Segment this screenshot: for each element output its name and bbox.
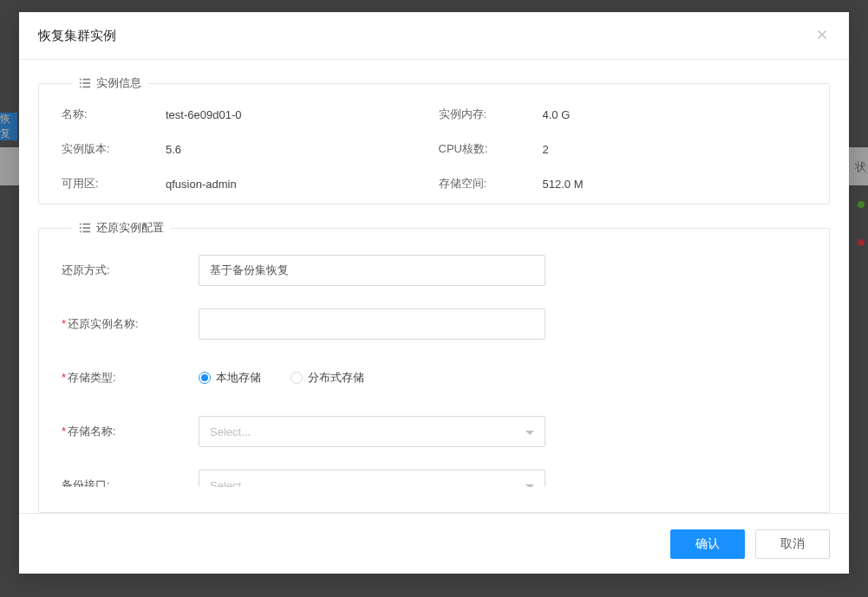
restore-name-label: *还原实例名称:: [62, 316, 199, 332]
storage-type-distributed-label: 分布式存储: [308, 370, 364, 386]
list-icon: [79, 222, 91, 234]
radio-icon: [290, 372, 303, 384]
close-icon[interactable]: [814, 27, 830, 45]
svg-rect-10: [80, 231, 82, 233]
info-name-label: 名称:: [62, 107, 157, 122]
chevron-down-icon: [525, 479, 534, 488]
restore-config-fieldset: 还原实例配置 还原方式: 基于备份集恢复 *还原实例名称: *存储类型:: [38, 220, 830, 513]
radio-icon: [199, 372, 211, 384]
instance-info-fieldset: 实例信息 名称: test-6e09d01-0 实例内存: 4.0 G 实例版本…: [38, 75, 830, 204]
modal-header: 恢复集群实例: [19, 12, 849, 60]
svg-rect-3: [82, 82, 90, 84]
svg-rect-4: [80, 87, 82, 88]
info-name-value: test-6e09d01-0: [166, 108, 430, 121]
info-zone-label: 可用区:: [62, 176, 157, 191]
info-version-label: 实例版本:: [62, 141, 157, 157]
restore-config-legend: 还原实例配置: [72, 220, 171, 236]
storage-type-distributed-radio[interactable]: 分布式存储: [290, 370, 364, 386]
info-memory-value: 4.0 G: [543, 108, 807, 121]
info-storage-value: 512.0 M: [543, 178, 807, 191]
svg-rect-8: [80, 227, 82, 229]
svg-rect-6: [80, 224, 82, 225]
svg-rect-9: [82, 227, 90, 229]
storage-name-placeholder: Select...: [210, 425, 251, 438]
confirm-button[interactable]: 确认: [670, 529, 745, 559]
modal-title: 恢复集群实例: [38, 28, 116, 44]
backup-port-label: 备份接口:: [62, 477, 199, 487]
svg-rect-11: [82, 231, 90, 233]
storage-type-radio-group: 本地存储 分布式存储: [199, 370, 545, 386]
info-zone-value: qfusion-admin: [166, 178, 430, 191]
info-cpu-value: 2: [543, 143, 807, 156]
svg-rect-5: [82, 87, 90, 88]
info-storage-label: 存储空间:: [439, 176, 534, 191]
instance-info-legend-text: 实例信息: [96, 75, 141, 91]
chevron-down-icon: [525, 425, 534, 438]
storage-name-label: *存储名称:: [62, 424, 199, 439]
svg-rect-0: [80, 79, 82, 81]
svg-rect-2: [80, 82, 82, 84]
svg-rect-1: [82, 79, 90, 81]
restore-cluster-modal: 恢复集群实例 实例信息 名称: test-6e09d01-0 实例内存: 4.0…: [19, 12, 849, 574]
info-version-value: 5.6: [166, 143, 430, 156]
info-memory-label: 实例内存:: [439, 107, 534, 122]
restore-config-legend-text: 还原实例配置: [96, 220, 164, 236]
storage-type-label: *存储类型:: [62, 370, 199, 386]
backup-port-placeholder: Select...: [210, 479, 251, 488]
info-cpu-label: CPU核数:: [439, 141, 534, 157]
restore-method-label: 还原方式:: [62, 263, 199, 278]
restore-method-value[interactable]: 基于备份集恢复: [199, 255, 545, 286]
storage-type-local-radio[interactable]: 本地存储: [199, 370, 261, 386]
cancel-button[interactable]: 取消: [755, 529, 830, 559]
list-icon: [79, 77, 91, 89]
restore-config-scroll[interactable]: 还原方式: 基于备份集恢复 *还原实例名称: *存储类型:: [62, 251, 806, 487]
backup-port-select[interactable]: Select...: [199, 470, 545, 487]
storage-type-local-label: 本地存储: [216, 370, 261, 386]
modal-footer: 确认 取消: [19, 513, 849, 574]
storage-name-select[interactable]: Select...: [199, 416, 545, 447]
restore-name-input[interactable]: [199, 308, 545, 340]
svg-rect-7: [82, 224, 90, 225]
instance-info-legend: 实例信息: [72, 75, 148, 91]
